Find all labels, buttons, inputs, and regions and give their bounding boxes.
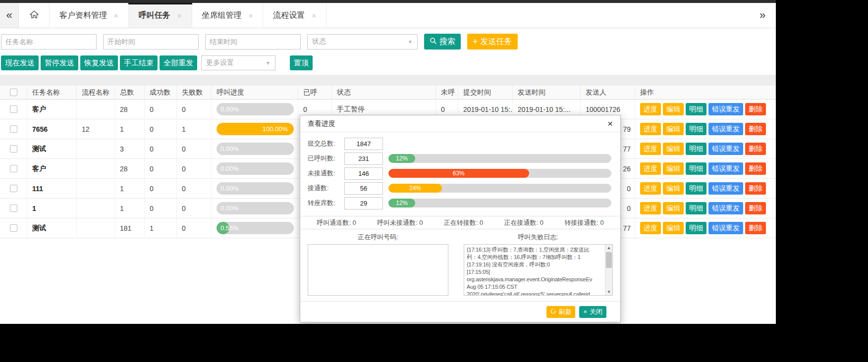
action-delete-button[interactable]: 删除 [745,123,766,135]
action-error-resend-button[interactable]: 错误重发 [708,222,743,234]
action-edit-button[interactable]: 编辑 [663,222,684,234]
action-progress-button[interactable]: 进度 [640,143,661,155]
row-checkbox[interactable] [10,165,17,172]
more-settings-select[interactable]: 更多设置 ▼ [201,55,275,70]
row-checkbox[interactable] [10,125,17,133]
tab-label: 流程设置 [273,10,305,21]
start-time-input[interactable] [103,34,199,50]
action-progress-button[interactable]: 进度 [640,182,661,195]
close-icon[interactable]: × [607,119,613,128]
modal-field-input[interactable] [344,138,383,150]
action-progress-button[interactable]: 进度 [640,222,661,234]
actions-cell: 进度编辑明细错误重发删除 [635,159,776,178]
progress-label: 0.00% [217,165,239,172]
action-error-resend-button[interactable]: 错误重发 [708,143,743,155]
tab-close-icon[interactable]: × [114,11,118,20]
progress-label: 0.00% [217,145,239,153]
action-edit-button[interactable]: 编辑 [663,123,684,135]
toolbar-button[interactable]: 现在发送 [1,55,39,70]
tab-item[interactable]: 呼叫任务 × [129,3,192,28]
task-name-cell: 1 [27,199,77,218]
scroll-down-icon[interactable]: ▼ [605,290,612,294]
modal-field-input[interactable] [344,197,383,209]
action-delete-button[interactable]: 删除 [745,222,766,234]
row-checkbox[interactable] [10,185,17,192]
action-delete-button[interactable]: 删除 [745,162,766,175]
action-progress-button[interactable]: 进度 [640,123,661,135]
refresh-button[interactable]: 刷新 [546,306,575,318]
expand-tabs-button[interactable]: » [749,3,776,28]
search-button[interactable]: 搜索 [424,34,461,50]
toolbar-button[interactable]: 恢复发送 [80,55,118,70]
toolbar-button[interactable]: 全部重发 [160,55,197,70]
action-delete-button[interactable]: 删除 [745,143,766,155]
scroll-up-icon[interactable]: ▲ [605,246,612,250]
tab-item[interactable]: 流程设置 × [263,3,326,28]
modal-field-input[interactable] [344,153,383,165]
call-progress-cell: 0.00% [212,100,298,119]
action-delete-button[interactable]: 删除 [745,202,766,214]
action-detail-button[interactable]: 明细 [686,222,706,234]
action-progress-button[interactable]: 进度 [640,202,661,214]
pin-top-button[interactable]: 置顶 [290,55,313,70]
modal-field-label: 转座席数: [308,199,344,207]
action-progress-button[interactable]: 进度 [640,162,661,175]
scrollbar[interactable]: ▲ ▼ [605,245,612,295]
action-delete-button[interactable]: 删除 [745,103,766,115]
header-cell: 任务名称 [27,86,77,99]
action-delete-button[interactable]: 删除 [745,182,766,195]
action-edit-button[interactable]: 编辑 [663,202,684,214]
tab-close-icon[interactable]: × [312,11,316,20]
action-detail-button[interactable]: 明细 [686,143,706,155]
action-error-resend-button[interactable]: 错误重发 [708,182,743,195]
end-time-input[interactable] [205,34,301,50]
action-detail-button[interactable]: 明细 [686,123,706,135]
scrollbar-thumb[interactable] [606,252,612,268]
tab-item[interactable]: 客户资料管理 × [50,3,129,28]
home-tab[interactable] [19,3,50,28]
action-progress-button[interactable]: 进度 [640,103,661,115]
toolbar-button[interactable]: 暂停发送 [41,55,78,70]
call-progress-cell: 100.00% [212,119,298,139]
progress-label: 0.55% [217,224,239,232]
send-task-button[interactable]: + 发送任务 [467,34,518,50]
status-select[interactable]: 状态 ▼ [307,34,418,50]
task-name-cell: 7656 [27,119,77,139]
progress-track: 12% [388,154,611,163]
action-detail-button[interactable]: 明细 [686,103,706,115]
action-edit-button[interactable]: 编辑 [663,103,684,115]
tab-item[interactable]: 坐席组管理 × [192,3,264,28]
toolbar-button[interactable]: 手工结束 [120,55,158,70]
action-detail-button[interactable]: 明细 [686,202,706,214]
action-error-resend-button[interactable]: 错误重发 [708,202,743,214]
calling-numbers-box[interactable] [308,244,448,296]
call-progress-cell: 0.00% [212,199,298,218]
action-edit-button[interactable]: 编辑 [663,143,684,155]
action-error-resend-button[interactable]: 错误重发 [708,162,743,175]
filter-bar: 状态 ▼ 搜索 + 发送任务 [0,28,776,50]
action-detail-button[interactable]: 明细 [686,182,706,195]
table-header: 任务名称流程名称总数成功数失败数呼叫进度已呼状态未呼提交时间发送时间发送人操作 [0,86,776,100]
select-all-checkbox[interactable] [10,89,17,96]
row-checkbox[interactable] [10,205,17,212]
row-checkbox[interactable] [10,224,17,232]
collapse-tabs-button[interactable]: « [0,3,19,28]
tab-close-icon[interactable]: × [177,11,182,20]
modal-close-button-label: 关闭 [590,308,602,316]
action-detail-button[interactable]: 明细 [686,162,706,175]
task-name-input[interactable] [1,34,97,50]
modal-close-button[interactable]: × 关闭 [579,306,606,318]
action-edit-button[interactable]: 编辑 [663,182,684,195]
modal-field-label: 接通数: [308,184,344,193]
fail-log-box[interactable]: {17:16:13} 呼叫数：7,查询数：1,空闲坐席：2发送比 列：4,空闲外… [464,244,613,296]
modal-footer: 刷新 × 关闭 [300,301,620,322]
tab-close-icon[interactable]: × [249,11,253,20]
action-error-resend-button[interactable]: 错误重发 [708,103,743,115]
row-checkbox[interactable] [10,145,17,153]
action-error-resend-button[interactable]: 错误重发 [708,123,743,135]
modal-field-input[interactable] [344,167,383,180]
progress-fill: 63% [388,169,529,178]
row-checkbox[interactable] [10,105,17,113]
action-edit-button[interactable]: 编辑 [663,162,684,175]
modal-field-input[interactable] [344,182,383,195]
